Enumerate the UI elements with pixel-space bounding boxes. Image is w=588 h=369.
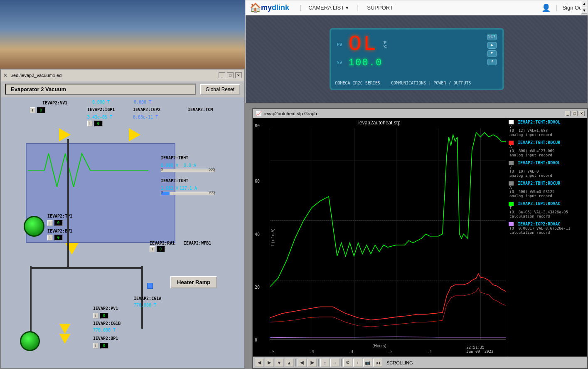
toolbar-btn-prev[interactable]: ◀ — [255, 359, 264, 367]
mydlink-text: my — [261, 3, 272, 12]
toolbar-btn-down[interactable]: ▼ — [275, 359, 284, 367]
edl-close-button[interactable]: ✕ — [235, 72, 242, 78]
vv1-display: 0 — [37, 107, 45, 113]
legend-name-1: IEVAP2:TGHT:RDCUR — [509, 140, 585, 145]
scrolling-label: SCROLLING — [386, 360, 413, 365]
graph-maximize-btn[interactable]: □ — [572, 111, 578, 116]
legend-detail-5c: calculation record — [509, 230, 585, 235]
legend-item-0: IEVAP2:TGHT:RDVOL V (0, 12) VAL=1.683 an… — [509, 120, 585, 137]
legend-color-2 — [509, 161, 514, 165]
toolbar-btn-prev-page[interactable]: ◀| — [298, 359, 307, 367]
legend-name-0: IEVAP2:TGHT:RDVOL — [509, 120, 585, 124]
toolbar-btn-camera[interactable]: 📷 — [363, 359, 372, 367]
graph-minimize-btn[interactable]: _ — [565, 111, 571, 116]
tp1-gauge — [24, 216, 44, 237]
tbht-range-min: 0 — [161, 167, 163, 171]
heater-ramp-button[interactable]: Heater Ramp — [170, 276, 217, 288]
tght-range-min: 0 — [161, 190, 163, 194]
nav-separator2: | — [357, 4, 359, 12]
igp1-label: IEVAP2:IGP1 — [87, 107, 115, 112]
igp1-btn1[interactable]: I — [87, 121, 93, 126]
graph-toolbar: ◀ ▶ ▼ ▲ ◀| |▶ ↕ ↔ ⚙ + 📷 ⏮ SCROLLING — [253, 357, 587, 368]
legend-detail-3b: (0, 500) VAL=0.03125 — [509, 190, 585, 194]
tp1-btn1[interactable]: I — [47, 220, 53, 226]
graph-plot-title: ievap2autoheat.stp — [358, 120, 400, 126]
legend-detail-0a: V — [509, 124, 585, 129]
omega-down-btn[interactable]: ▼ — [487, 50, 497, 57]
camera-feed: PV OL °F °C SV 100.0 ΩOMEGA IR2C SERIES … — [246, 15, 588, 103]
legend-detail-2b: (0, 10) VAL=0 — [509, 169, 585, 173]
edl-minimize-button[interactable]: _ — [219, 72, 225, 78]
scroll-up-btn[interactable]: ▲ — [581, 0, 587, 7]
legend-detail-1a: A — [509, 145, 585, 149]
x-label-3: -3 — [348, 349, 353, 354]
valve-tri-bottom2 — [59, 324, 71, 334]
y-label-0: 0 — [255, 338, 257, 342]
tbht-amp: 0.0 A — [184, 163, 196, 168]
toolbar-btn-add[interactable]: + — [353, 359, 362, 367]
heater-schematic — [28, 145, 153, 187]
legend-label-0: IEVAP2:TGHT:RDVOL — [518, 120, 560, 124]
global-reset-button[interactable]: Global Reset — [200, 84, 240, 95]
bv1-controls: I 0 — [47, 235, 63, 240]
browser-content: PV OL °F °C SV 100.0 ΩOMEGA IR2C SERIES … — [246, 15, 588, 103]
vv1-label: IEVAP2:VV1 — [42, 101, 67, 105]
scroll-down-btn[interactable]: ▼ — [581, 7, 587, 14]
omega-sv-value: 100.0 — [349, 57, 383, 68]
graph-close-btn[interactable]: ✕ — [579, 111, 585, 116]
cg1a-label: IEVAP2:CG1A — [134, 296, 161, 301]
camera-list-link[interactable]: CAMERA LIST ▾ — [308, 5, 349, 11]
toolbar-btn-settings[interactable]: ⚙ — [343, 359, 352, 367]
y-label-40: 40 — [255, 232, 260, 236]
rv1-controls: I 0 — [150, 246, 165, 252]
valve-tri-bottom3 — [59, 334, 71, 344]
bp1-gauge — [20, 331, 40, 351]
tght-range-max: 900 — [209, 190, 215, 194]
igp2-val: 8.68e-11 T — [133, 115, 158, 119]
tght-vol: 1.683 V — [161, 186, 178, 191]
tbht-meter — [161, 169, 215, 172]
vv1-btn1[interactable]: I — [30, 107, 35, 113]
omega-pv-row: PV OL °F °C — [337, 34, 497, 55]
support-link[interactable]: SUPPORT — [367, 5, 393, 11]
toolbar-btn-zoom-v[interactable]: ↕ — [320, 359, 330, 367]
valve-triangle-right — [129, 128, 140, 141]
bp1-btn1[interactable]: I — [93, 343, 98, 349]
legend-detail-1b: (0, 800) VAL=127.069 — [509, 149, 585, 153]
rv1-btn1[interactable]: I — [150, 246, 155, 252]
toolbar-btn-zoom-h[interactable]: ↔ — [330, 359, 340, 367]
omega-mode-btn[interactable]: ↺ — [487, 59, 497, 65]
bv1-btn1[interactable]: I — [47, 235, 53, 240]
toolbar-btn-next-page[interactable]: |▶ — [308, 359, 317, 367]
omega-controls: SET ▲ ▼ ↺ — [487, 34, 497, 65]
wfb1-label: IEVAP2:WFB1 — [184, 241, 211, 245]
edl-diagram: IEVAP2:VV1 I 0 0.000 T 0.000 T IEVAP2:IG… — [1, 97, 244, 368]
vv1-controls: I 0 — [30, 107, 45, 113]
pv1-btn1[interactable]: I — [93, 313, 98, 319]
edl-maximize-button[interactable]: □ — [227, 72, 234, 78]
igp2-line — [270, 337, 506, 338]
sign-out-button[interactable]: Sign Out — [562, 5, 583, 11]
mydlink-logo-area: 🏠 my dlink — [250, 2, 289, 13]
legend-label-4: IEVAP2:IGP1:RDVAC — [518, 201, 560, 206]
legend-name-3: IEVAP2:TBHT:RDCUR — [509, 181, 585, 186]
omega-set-btn[interactable]: SET — [487, 34, 497, 40]
edl-header: Evaporator 2 Vacuum Global Reset — [1, 81, 244, 97]
legend-item-2: IEVAP2:TBHT:RDVOL V (0, 10) VAL=0 analog… — [509, 161, 585, 178]
igp1-val: 3.43e-05 T — [87, 115, 112, 119]
omega-up-btn[interactable]: ▲ — [487, 42, 497, 49]
tbht-vol: 0.000 V — [161, 163, 178, 168]
legend-item-5: IEVAP2:IGP2:RDVAC (0, 0.0001) VAL=8.6762… — [509, 222, 585, 235]
legend-detail-3a: A — [509, 186, 585, 190]
vv1-val2: 0.000 T — [134, 100, 151, 104]
cg1b-val: 770.000 T — [93, 328, 116, 332]
legend-name-2: IEVAP2:TBHT:RDVOL — [509, 161, 585, 165]
house-icon: 🏠 — [250, 2, 261, 13]
user-icon[interactable]: 👤 — [541, 3, 551, 12]
toolbar-btn-next[interactable]: ▶ — [265, 359, 274, 367]
omega-units: °F °C — [383, 40, 387, 49]
toolbar-btn-home[interactable]: ⏮ — [373, 359, 382, 367]
toolbar-btn-up[interactable]: ▲ — [285, 359, 294, 367]
legend-color-4 — [509, 202, 514, 206]
browser-window: ▲ ▼ 🏠 my dlink | CAMERA LIST ▾ | SUPPORT… — [245, 0, 588, 103]
